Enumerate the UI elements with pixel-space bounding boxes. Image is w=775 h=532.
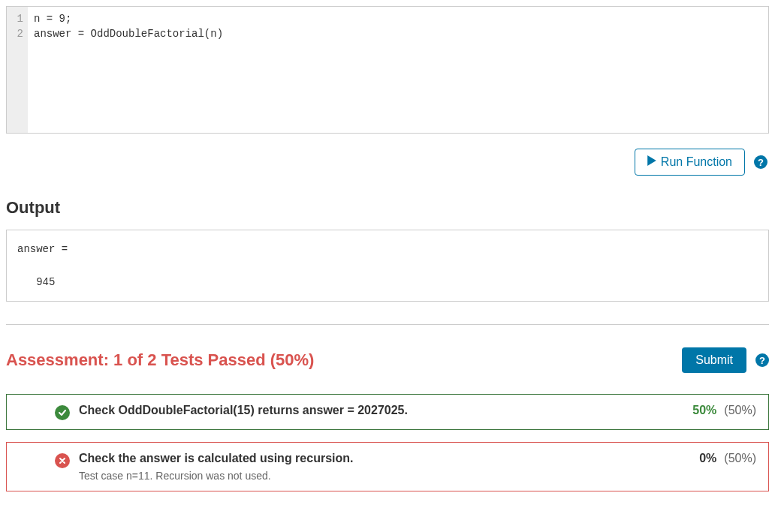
test-result-fail: Check the answer is calculated using rec… — [6, 442, 769, 491]
test-body: Check the answer is calculated using rec… — [79, 452, 666, 482]
output-title: Output — [6, 198, 769, 218]
divider — [6, 324, 769, 325]
score-total: (50%) — [724, 404, 756, 417]
submit-button[interactable]: Submit — [682, 347, 746, 373]
output-box: answer = 945 — [6, 230, 769, 302]
code-line: n = 9; — [34, 13, 71, 25]
test-detail: Test case n=11. Recursion was not used. — [79, 470, 666, 482]
line-number: 1 — [10, 11, 23, 26]
score-total: (50%) — [724, 452, 756, 465]
test-body: Check OddDoubleFactorial(15) returns ans… — [79, 404, 666, 417]
run-row: Run Function ? — [6, 149, 769, 176]
run-function-button[interactable]: Run Function — [635, 149, 745, 176]
test-title: Check the answer is calculated using rec… — [79, 452, 666, 465]
test-title: Check OddDoubleFactorial(15) returns ans… — [79, 404, 666, 417]
score-earned: 0% — [699, 452, 716, 465]
help-icon[interactable]: ? — [754, 155, 767, 169]
assessment-header: Assessment: 1 of 2 Tests Passed (50%) Su… — [6, 347, 769, 373]
submit-group: Submit ? — [682, 347, 769, 373]
assessment-title: Assessment: 1 of 2 Tests Passed (50%) — [6, 350, 314, 370]
run-button-label: Run Function — [661, 155, 732, 169]
test-scores: 0% (50%) — [666, 452, 756, 465]
test-scores: 50% (50%) — [666, 404, 756, 417]
score-earned: 50% — [692, 404, 716, 417]
play-icon — [647, 155, 656, 169]
line-number: 2 — [10, 26, 23, 41]
x-circle-icon — [55, 453, 70, 468]
code-area[interactable]: n = 9; answer = OddDoubleFactorial(n) — [28, 7, 768, 133]
code-line: answer = OddDoubleFactorial(n) — [34, 28, 223, 40]
code-editor[interactable]: 1 2 n = 9; answer = OddDoubleFactorial(n… — [6, 6, 769, 134]
test-result-pass: Check OddDoubleFactorial(15) returns ans… — [6, 394, 769, 430]
line-gutter: 1 2 — [7, 7, 28, 133]
svg-marker-0 — [647, 155, 656, 166]
check-circle-icon — [55, 405, 70, 420]
help-icon[interactable]: ? — [755, 353, 769, 367]
